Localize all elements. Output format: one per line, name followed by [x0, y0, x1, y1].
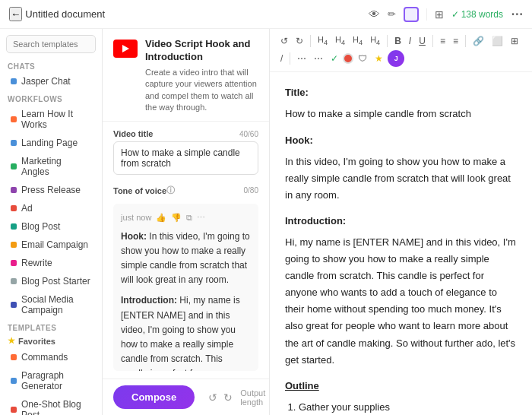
underline-button[interactable]: U	[416, 34, 429, 48]
italic-button[interactable]: I	[406, 34, 414, 48]
favorites-star-icon: ★	[8, 336, 15, 346]
workflow-dot-icon	[11, 163, 17, 169]
sidebar-item-blog-starter[interactable]: Blog Post Starter	[3, 273, 99, 290]
layout-icon[interactable]	[404, 7, 419, 22]
title-value: How to make a simple candle from scratch	[285, 106, 517, 122]
sidebar-item-oneshot-blog[interactable]: One-Shot Blog Post	[3, 396, 99, 415]
view-icon[interactable]: 👁	[369, 8, 380, 21]
editor-toolbar: ↺ ↻ H4 H4 H4 H4 B I U ≡ ≡ 🔗 ⬜ ⊞ / ⋯ ⋯ ✓ …	[270, 29, 532, 72]
thumbs-down-icon[interactable]: 👎	[171, 211, 182, 225]
title-label: Title:	[285, 87, 309, 98]
more-icon[interactable]: ⋯	[511, 7, 523, 21]
chats-section-title: CHATS	[0, 58, 102, 72]
ordered-list-button[interactable]: ≡	[437, 34, 448, 48]
youtube-icon	[113, 40, 138, 58]
copy-icon[interactable]: ⧉	[186, 211, 192, 225]
undo-toolbar-button[interactable]: ↺	[277, 34, 291, 48]
output-length-label: Output length	[240, 388, 270, 407]
toolbar-separator	[465, 35, 466, 47]
user-avatar: J	[388, 50, 404, 67]
toolbar-separator	[310, 35, 311, 47]
intro-value: Hi, my name is [ENTER NAME] and in this …	[285, 234, 517, 369]
more-toolbar-button-1[interactable]: ⋯	[294, 52, 309, 65]
more-options-icon[interactable]: ⋯	[197, 211, 205, 225]
workflow-dot-icon	[11, 278, 17, 284]
doc-title: Untitled document	[25, 8, 105, 20]
workflow-dot-icon	[11, 116, 17, 122]
redo-toolbar-button[interactable]: ↻	[293, 34, 306, 48]
list-item: Gather your supplies	[299, 399, 517, 415]
sidebar-item-ad[interactable]: Ad	[3, 200, 99, 217]
template-dot-icon	[11, 378, 17, 384]
sidebar-item-blog[interactable]: Blog Post	[3, 218, 99, 235]
grid-users-icon[interactable]: ⊞	[435, 8, 444, 21]
outline-list: Gather your supplies Melt the wax Add fr…	[299, 399, 517, 415]
workflow-dot-icon	[11, 140, 17, 146]
toolbar-separator	[432, 35, 433, 47]
compose-button[interactable]: Compose	[113, 385, 195, 409]
workflow-dot-icon	[11, 223, 17, 230]
toolbar-separator	[387, 35, 388, 47]
word-count: ✓ 138 words	[451, 9, 503, 20]
h4-button-1[interactable]: H4	[315, 33, 331, 49]
workflow-dot-icon	[11, 187, 17, 193]
search-input[interactable]	[6, 35, 96, 53]
video-title-input[interactable]	[113, 141, 258, 175]
sidebar-item-jasper-chat[interactable]: Jasper Chat	[3, 73, 99, 90]
workflow-dot-icon	[11, 302, 17, 308]
editor-content[interactable]: Title: How to make a simple candle from …	[270, 72, 532, 415]
unordered-list-button[interactable]: ≡	[450, 34, 461, 48]
sidebar-item-commands[interactable]: Commands	[3, 349, 99, 366]
tone-label: Tone of voice ⓘ 0/80	[113, 185, 258, 196]
workflow-dot-icon	[11, 205, 17, 211]
check-toolbar-button[interactable]: ✓	[328, 52, 341, 65]
star-toolbar-button[interactable]: ★	[372, 52, 386, 65]
slash-command-button[interactable]: /	[277, 52, 286, 65]
sidebar-item-email[interactable]: Email Campaign	[3, 236, 99, 253]
h4-button-3[interactable]: H4	[350, 33, 366, 49]
sidebar-item-marketing[interactable]: Marketing Angles	[3, 153, 99, 180]
hook-label: Hook:	[285, 135, 313, 146]
toolbar-separator	[290, 52, 290, 65]
link-button[interactable]: 🔗	[470, 34, 487, 48]
templates-section-title: TEMPLATES	[0, 319, 102, 334]
shield-toolbar-button[interactable]: 🛡	[355, 52, 370, 65]
h4-button-4[interactable]: H4	[367, 33, 383, 49]
generated-content-panel: just now 👍 👎 ⧉ ⋯ Hook: In this video, I'…	[113, 204, 258, 371]
sidebar-item-press-release[interactable]: Press Release	[3, 182, 99, 198]
tone-info-icon[interactable]: ⓘ	[166, 185, 175, 196]
workflow-dot-icon	[11, 260, 17, 266]
undo-button[interactable]: ↺	[207, 390, 219, 405]
outline-label: Outline	[285, 380, 319, 391]
back-button[interactable]: ←	[9, 7, 22, 21]
more-toolbar-button-2[interactable]: ⋯	[311, 52, 326, 65]
workflows-section-title: WORKFLOWS	[0, 90, 102, 105]
intro-label: Introduction:	[285, 215, 346, 227]
table-button[interactable]: ⊞	[508, 34, 521, 48]
generated-time: just now	[121, 211, 151, 225]
color-picker[interactable]	[343, 53, 353, 64]
chat-dot-icon	[11, 78, 17, 84]
sidebar-item-learn[interactable]: Learn How It Works	[3, 106, 99, 133]
sidebar-item-landing[interactable]: Landing Page	[3, 135, 99, 151]
template-description: Create a video intro that will capture y…	[145, 67, 258, 114]
sidebar-item-paragraph-gen[interactable]: Paragraph Generator	[3, 367, 99, 394]
template-title: Video Script Hook and Introduction	[145, 38, 258, 64]
redo-button[interactable]: ↻	[222, 390, 234, 405]
image-button[interactable]: ⬜	[489, 34, 506, 48]
edit-icon[interactable]: ✏	[388, 8, 396, 20]
workflow-dot-icon	[11, 242, 17, 248]
hook-value: In this video, I'm going to show you how…	[285, 154, 517, 204]
generated-text: Hook: In this video, I'm going to show y…	[121, 230, 251, 371]
template-dot-icon	[11, 354, 17, 360]
video-title-label: Video title 40/60	[113, 129, 258, 138]
h4-button-2[interactable]: H4	[332, 33, 348, 49]
sidebar-item-rewrite[interactable]: Rewrite	[3, 255, 99, 271]
thumbs-up-icon[interactable]: 👍	[156, 211, 166, 225]
sidebar-item-social[interactable]: Social Media Campaign	[3, 291, 99, 318]
bold-button[interactable]: B	[391, 34, 404, 48]
back-icon: ←	[11, 8, 21, 20]
template-dot-icon	[11, 407, 17, 413]
